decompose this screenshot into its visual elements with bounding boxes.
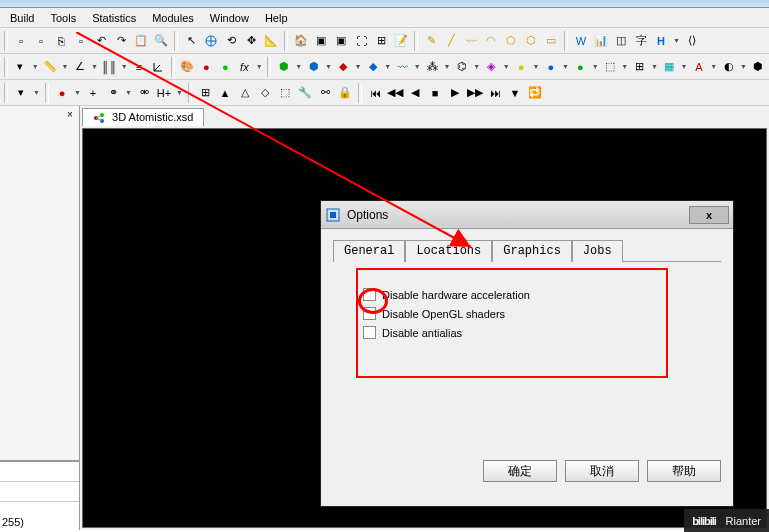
- menu-help[interactable]: Help: [257, 10, 296, 26]
- tb-cells-icon[interactable]: ▦: [661, 58, 678, 76]
- tb-next-icon[interactable]: ▶▶: [466, 84, 484, 102]
- dropdown-icon[interactable]: ▼: [672, 32, 681, 50]
- tb-atom-g-icon[interactable]: ●: [572, 58, 589, 76]
- panel-close-icon[interactable]: ×: [63, 108, 77, 122]
- menu-tools[interactable]: Tools: [42, 10, 84, 26]
- tb-lock-icon[interactable]: 🔒: [336, 84, 354, 102]
- tb-rotate-icon[interactable]: ⟲: [222, 32, 240, 50]
- menu-statistics[interactable]: Statistics: [84, 10, 144, 26]
- help-button[interactable]: 帮助: [647, 460, 721, 482]
- tb-loop-icon[interactable]: 🔁: [526, 84, 544, 102]
- tb-last-icon[interactable]: ⏭: [486, 84, 504, 102]
- tb-copy-icon[interactable]: ⎘: [52, 32, 70, 50]
- tb-first-icon[interactable]: ⏮: [366, 84, 384, 102]
- tb-bond-icon[interactable]: ⚭: [104, 84, 122, 102]
- tb-paste-icon[interactable]: 📋: [132, 32, 150, 50]
- ok-button[interactable]: 确定: [483, 460, 557, 482]
- tb-cp-icon[interactable]: ◐: [720, 58, 737, 76]
- tb-prev-icon[interactable]: ◀◀: [386, 84, 404, 102]
- tb-search-icon[interactable]: 🔍: [152, 32, 170, 50]
- tb-zoom-all-icon[interactable]: [202, 32, 220, 50]
- tb-pan-icon[interactable]: ✥: [242, 32, 260, 50]
- tb-fx-icon[interactable]: fx: [236, 58, 253, 76]
- tb-blank-icon[interactable]: ▫: [32, 32, 50, 50]
- tb-ms-icon[interactable]: ◫: [612, 32, 630, 50]
- tab-graphics[interactable]: Graphics: [492, 240, 572, 262]
- tab-locations[interactable]: Locations: [405, 240, 492, 262]
- tb-grid-icon[interactable]: ⊞: [372, 32, 390, 50]
- tb-down-icon[interactable]: ▼: [506, 84, 524, 102]
- tb-hbond-icon[interactable]: ⚮: [135, 84, 153, 102]
- tb-chart-icon[interactable]: 📊: [592, 32, 610, 50]
- tb-q-icon[interactable]: ◇: [256, 84, 274, 102]
- menu-modules[interactable]: Modules: [144, 10, 202, 26]
- tb-dd-icon[interactable]: ▾: [12, 58, 29, 76]
- tb-square-icon[interactable]: ▣: [312, 32, 330, 50]
- menu-window[interactable]: Window: [202, 10, 257, 26]
- tb-char-icon[interactable]: 字: [632, 32, 650, 50]
- tb-accel-icon[interactable]: A: [690, 58, 707, 76]
- tb-lattice-icon[interactable]: ⊞: [631, 58, 648, 76]
- tb-poly2-icon[interactable]: ⬡: [522, 32, 540, 50]
- tb-chart2-icon[interactable]: ║║: [101, 58, 118, 76]
- tb-expand-icon[interactable]: ⛶: [352, 32, 370, 50]
- tb-ruler-icon[interactable]: 📏: [42, 58, 59, 76]
- tb-note-icon[interactable]: 📝: [392, 32, 410, 50]
- tb-line-icon[interactable]: ╱: [442, 32, 460, 50]
- checkbox-disable-opengl-shaders[interactable]: [363, 307, 376, 320]
- tb-atom-icon[interactable]: ●: [53, 84, 71, 102]
- tb-blank-icon[interactable]: ▫: [12, 32, 30, 50]
- tb-home-icon[interactable]: 🏠: [292, 32, 310, 50]
- tb-spot2-icon[interactable]: ●: [217, 58, 234, 76]
- tb-red-icon[interactable]: ◆: [335, 58, 352, 76]
- tb-align-icon[interactable]: ≡: [130, 58, 147, 76]
- tb-discover-icon[interactable]: ⬢: [750, 58, 767, 76]
- tb-axes-icon[interactable]: [150, 58, 167, 76]
- tb-graph-icon[interactable]: ⊞: [196, 84, 214, 102]
- tb-stop-icon[interactable]: ■: [426, 84, 444, 102]
- tb-cluster-icon[interactable]: ⁂: [424, 58, 441, 76]
- tb-blank-icon[interactable]: ▫: [72, 32, 90, 50]
- dropdown-icon[interactable]: ▼: [31, 58, 40, 76]
- tb-dd-icon[interactable]: ▾: [12, 84, 30, 102]
- document-tab[interactable]: 3D Atomistic.xsd: [82, 108, 204, 126]
- tb-h-add-icon[interactable]: H+: [155, 84, 173, 102]
- tb-wave-icon[interactable]: 〰: [394, 58, 411, 76]
- dialog-titlebar[interactable]: Options x: [321, 201, 733, 229]
- tb-tri-icon[interactable]: △: [236, 84, 254, 102]
- tb-benzene-icon[interactable]: ⌬: [453, 58, 470, 76]
- tb-measure-icon[interactable]: 📐: [262, 32, 280, 50]
- tb-rect-icon[interactable]: ▭: [542, 32, 560, 50]
- tb-color-icon[interactable]: 🎨: [179, 58, 196, 76]
- tb-play-r-icon[interactable]: ◀: [406, 84, 424, 102]
- tb-add-icon[interactable]: +: [84, 84, 102, 102]
- tb-undo-icon[interactable]: ↶: [92, 32, 110, 50]
- tb-redo-icon[interactable]: ↷: [112, 32, 130, 50]
- tb-play-icon[interactable]: ▶: [446, 84, 464, 102]
- tb-spot-icon[interactable]: ●: [198, 58, 215, 76]
- tb-cube2-icon[interactable]: ⬚: [276, 84, 294, 102]
- checkbox-disable-hw-accel[interactable]: [363, 288, 376, 301]
- tb-angle-icon[interactable]: ∠: [71, 58, 88, 76]
- tb-mol-blue-icon[interactable]: ⬢: [305, 58, 322, 76]
- tb-html-icon[interactable]: ⟨⟩: [683, 32, 701, 50]
- tb-up-icon[interactable]: ▲: [216, 84, 234, 102]
- dialog-close-button[interactable]: x: [689, 206, 729, 224]
- tb-h-icon[interactable]: H: [652, 32, 670, 50]
- cancel-button[interactable]: 取消: [565, 460, 639, 482]
- tab-general[interactable]: General: [333, 240, 405, 262]
- tb-tool-icon[interactable]: 🔧: [296, 84, 314, 102]
- tb-crystal-icon[interactable]: ◈: [483, 58, 500, 76]
- tb-atom-y-icon[interactable]: ●: [513, 58, 530, 76]
- tb-word-icon[interactable]: W: [572, 32, 590, 50]
- checkbox-disable-antialias[interactable]: [363, 326, 376, 339]
- tb-blue-icon[interactable]: ◆: [364, 58, 381, 76]
- tb-arc-icon[interactable]: ◠: [482, 32, 500, 50]
- tab-jobs[interactable]: Jobs: [572, 240, 623, 262]
- tb-pencil-icon[interactable]: ✎: [422, 32, 440, 50]
- tb-cube-icon[interactable]: ⬚: [601, 58, 618, 76]
- tb-arrow-icon[interactable]: ↖: [182, 32, 200, 50]
- tb-poly-icon[interactable]: ⬠: [502, 32, 520, 50]
- tb-square-icon[interactable]: ▣: [332, 32, 350, 50]
- tb-curve-icon[interactable]: 〰: [462, 32, 480, 50]
